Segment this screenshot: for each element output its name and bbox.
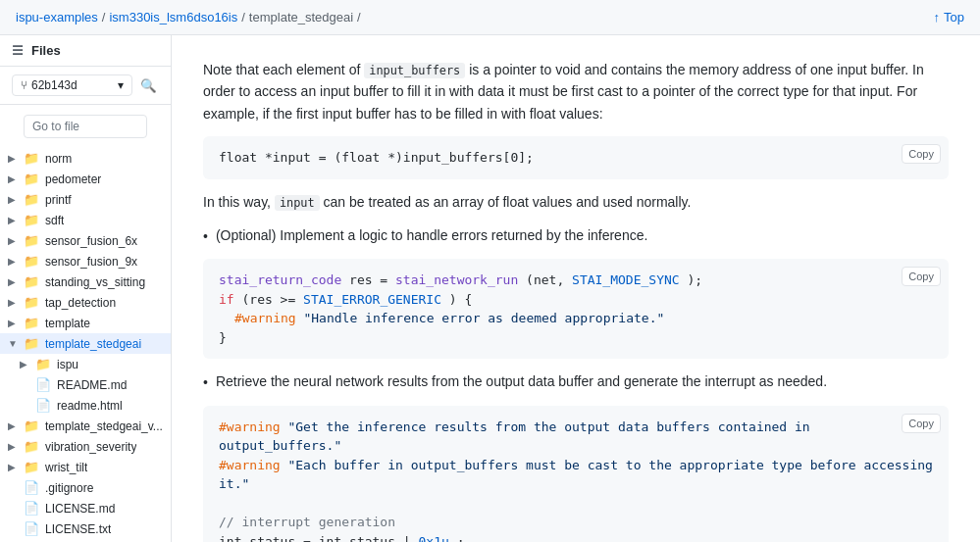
- code3-l2-str: "Each buffer in output_buffers must be c…: [219, 458, 933, 492]
- file-icon: 📄: [24, 480, 39, 495]
- sidebar-item-2[interactable]: ▶📁printf: [0, 189, 171, 210]
- sidebar-header: ☰ Files: [0, 35, 171, 67]
- search-button[interactable]: 🔍: [138, 76, 159, 95]
- top-nav: ispu-examples / ism330is_lsm6dso16is / t…: [0, 0, 980, 35]
- sidebar-item-14[interactable]: ▶📁vibration_severity: [0, 436, 171, 457]
- tree-label: ispu: [57, 358, 78, 371]
- code3-line2: #warning "Each buffer in output_buffers …: [219, 456, 933, 494]
- file-icon: 📄: [24, 501, 39, 516]
- breadcrumb-current: template_stedgeai: [249, 10, 353, 25]
- folder-icon: 📁: [24, 213, 39, 227]
- sidebar-item-17[interactable]: 📄LICENSE.md: [0, 498, 171, 518]
- sidebar-item-1[interactable]: ▶📁pedometer: [0, 169, 171, 189]
- tree-label: sensor_fusion_9x: [45, 255, 137, 269]
- code3-line3: [219, 494, 933, 514]
- copy-button-2[interactable]: Copy: [902, 267, 941, 286]
- code2-line2: if (res >= STAI_ERROR_GENERIC ) {: [219, 290, 933, 310]
- top-link[interactable]: ↑ Top: [934, 10, 964, 25]
- folder-icon: 📁: [35, 357, 51, 371]
- chevron-icon: ▶: [8, 153, 18, 164]
- chevron-icon: ▶: [8, 276, 18, 287]
- chevron-icon: ▶: [8, 194, 18, 205]
- para2: In this way, input can be treated as an …: [203, 191, 949, 213]
- sidebar-item-8[interactable]: ▶📁template: [0, 313, 171, 333]
- sidebar-item-10[interactable]: ▶📁ispu: [0, 354, 171, 374]
- para2-code: input: [275, 195, 320, 211]
- folder-icon: 📁: [24, 192, 39, 207]
- para1-code1: input_buffers: [364, 63, 465, 78]
- code2-l1-var: res =: [349, 272, 395, 287]
- breadcrumb-link-1[interactable]: ism330is_lsm6dso16is: [109, 10, 237, 25]
- chevron-icon: ▶: [8, 256, 18, 267]
- code3-l4-comment: // interrupt generation: [219, 515, 395, 529]
- code2-l1-call: stai_network_run: [395, 272, 518, 287]
- sidebar-item-5[interactable]: ▶📁sensor_fusion_9x: [0, 251, 171, 271]
- chevron-icon: ▼: [8, 338, 18, 349]
- breadcrumb-sep-0: /: [102, 10, 106, 25]
- tree-label: template_stedgeai: [45, 337, 141, 351]
- folder-icon: 📁: [24, 254, 39, 269]
- hamburger-icon[interactable]: ☰: [12, 43, 24, 58]
- tree-label: LICENSE.txt: [45, 522, 111, 536]
- sidebar-item-0[interactable]: ▶📁norm: [0, 148, 171, 169]
- sidebar-item-9[interactable]: ▼📁template_stedgeai: [0, 333, 171, 354]
- tree-label: printf: [45, 193, 72, 207]
- branch-selector[interactable]: ⑂ 62b143d ▾: [12, 74, 132, 96]
- chevron-icon: ▶: [8, 215, 18, 225]
- code3-line4: // interrupt generation: [219, 513, 933, 532]
- git-icon: ⑂: [21, 78, 27, 92]
- sidebar-item-6[interactable]: ▶📁standing_vs_sitting: [0, 271, 171, 292]
- folder-icon: 📁: [24, 295, 39, 310]
- sidebar-item-12[interactable]: 📄readme.html: [0, 395, 171, 416]
- chevron-icon: ▶: [8, 441, 18, 452]
- sidebar-item-18[interactable]: 📄LICENSE.txt: [0, 518, 171, 539]
- code2-l3-warning: #warning: [234, 311, 296, 325]
- para2-before: In this way,: [203, 194, 271, 210]
- code3-l5-text: int_status = int_status |: [219, 534, 419, 542]
- code2-l2-end: ) {: [449, 292, 472, 307]
- chevron-icon: ▶: [8, 235, 18, 246]
- code3-l5-end: ;: [457, 534, 465, 542]
- sidebar-title: Files: [31, 43, 61, 58]
- para2-after: can be treated as an array of float valu…: [324, 194, 692, 210]
- sidebar-item-3[interactable]: ▶📁sdft: [0, 210, 171, 230]
- sidebar-controls: ⑂ 62b143d ▾ 🔍: [0, 67, 171, 105]
- breadcrumb-sep-1: /: [241, 10, 245, 25]
- branch-name: 62b143d: [31, 78, 77, 92]
- breadcrumb-link-0[interactable]: ispu-examples: [16, 10, 98, 25]
- tree-label: template_stedgeai_v...: [45, 419, 163, 433]
- code3-line1: #warning "Get the inference results from…: [219, 418, 933, 456]
- chevron-icon: ▶: [20, 359, 29, 370]
- tree-label: vibration_severity: [45, 440, 136, 454]
- sidebar-item-13[interactable]: ▶📁template_stedgeai_v...: [0, 416, 171, 436]
- folder-icon: 📁: [24, 316, 39, 330]
- code3-l5-hex: 0x1u: [419, 534, 449, 542]
- folder-icon: 📁: [24, 151, 39, 166]
- code2-l1-const: STAI_MODE_SYNC: [572, 272, 680, 287]
- sidebar-item-11[interactable]: 📄README.md: [0, 374, 171, 395]
- sidebar-item-15[interactable]: ▶📁wrist_tilt: [0, 457, 171, 477]
- code2-l1-args: (net,: [526, 272, 572, 287]
- sidebar-item-7[interactable]: ▶📁tap_detection: [0, 292, 171, 313]
- para1: Note that each element of input_buffers …: [203, 59, 949, 124]
- chevron-icon: ▶: [8, 462, 18, 472]
- code-block-2: stai_return_code res = stai_network_run …: [203, 259, 949, 359]
- code3-l2-warning: #warning: [219, 458, 281, 472]
- folder-icon: 📁: [24, 419, 39, 433]
- sidebar-item-16[interactable]: 📄.gitignore: [0, 477, 171, 498]
- copy-button-3[interactable]: Copy: [902, 414, 941, 433]
- chevron-icon: ▶: [8, 318, 18, 328]
- code3-l1-warning: #warning: [219, 419, 281, 434]
- copy-button-1[interactable]: Copy: [902, 144, 941, 164]
- folder-icon: 📁: [24, 439, 39, 454]
- code2-l2-kw: if: [219, 292, 234, 307]
- folder-icon: 📁: [24, 233, 39, 248]
- code2-line4: }: [219, 328, 933, 348]
- tree-label: norm: [45, 152, 72, 166]
- tree-label: tap_detection: [45, 296, 116, 310]
- tree-label: standing_vs_sitting: [45, 275, 145, 289]
- bullet-list-1: (Optional) Implement a logic to handle e…: [203, 224, 949, 247]
- sidebar-item-4[interactable]: ▶📁sensor_fusion_6x: [0, 230, 171, 251]
- code2-l2-rest: (res >=: [241, 292, 303, 307]
- go-to-file-button[interactable]: Go to file: [24, 115, 147, 138]
